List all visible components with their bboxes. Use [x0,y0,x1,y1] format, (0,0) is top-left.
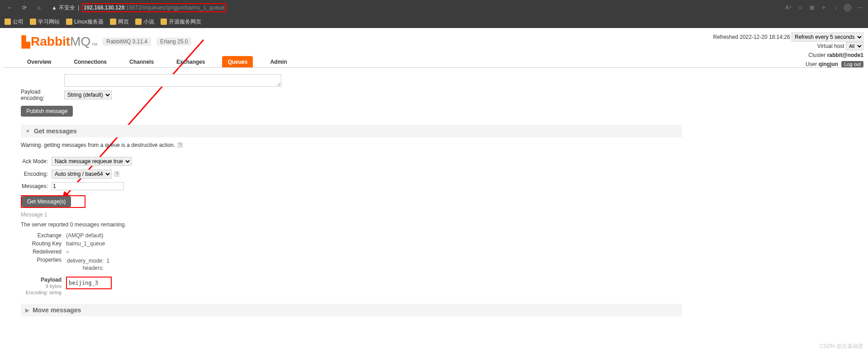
exchange-value: (AMQP default) [66,232,166,239]
routing-key-value: baimu_1_queue [66,240,166,247]
tab-connections[interactable]: Connections [68,56,112,67]
insecure-label: ▲ 不安全 [52,4,75,12]
get-message-highlight-box: Get Message(s) [21,195,85,208]
get-messages-form: Ack Mode: Nack message requeue true Enco… [21,155,135,193]
payload-highlight-box: beijing_3 [66,277,112,289]
folder-icon [30,19,36,25]
get-messages-button[interactable]: Get Message(s) [22,196,71,207]
page-header: ▙ RabbitMQ TM RabbitMQ 3.11.4 Erlang 25.… [4,28,864,52]
properties-label: Properties [21,257,66,272]
messages-input[interactable] [52,182,124,190]
section-get-messages[interactable]: ▼ Get messages [21,125,682,137]
bookmark-item[interactable]: 小说 [135,18,154,26]
erlang-badge: Erlang 25.0 [157,38,191,46]
rabbit-logo-icon: ▙ [22,36,30,48]
folder-icon [5,19,11,25]
payload-encoding-label: Payload encoding: [21,89,64,101]
section-move-messages[interactable]: ▶ Move messages [21,304,682,316]
encoding-select[interactable]: Auto string / base64 [52,169,112,179]
browser-right-controls: A⁺ ☆ ⊞ ✧ ↓ ⋯ [785,4,863,12]
publish-message-button[interactable]: Publish message [21,106,73,117]
bookmark-item[interactable]: Linux服务器 [66,18,104,26]
rabbitmq-logo: ▙ RabbitMQ TM [22,34,97,49]
user-label: User [806,61,817,67]
warning-icon: ▲ [52,5,57,11]
remaining-label: The server reported 0 messages remaining… [21,221,682,228]
redelivered-value: ○ [66,249,166,255]
ack-mode-select[interactable]: Nack message requeue true [52,157,132,166]
folder-icon [110,19,116,25]
cluster-value: rabbit@node1 [827,52,863,58]
extensions-icon[interactable]: ⊞ [808,4,816,11]
encoding-label: Encoding: [22,168,51,180]
chevron-down-icon: ▼ [25,128,30,134]
message-details: Exchange (AMQP default) Routing Key baim… [21,232,166,272]
page-body: Refreshed 2022-12-20 18:14:26 Refresh ev… [0,28,868,334]
help-icon[interactable]: ? [177,142,183,148]
tab-exchanges[interactable]: Exchanges [171,56,210,67]
chevron-right-icon: ▶ [25,307,29,313]
tab-overview[interactable]: Overview [22,56,57,67]
payload-textarea[interactable] [64,74,281,87]
main-content: Payload encoding: String (default) Publi… [4,68,682,316]
routing-key-label: Routing Key [21,240,66,247]
version-badge: RabbitMQ 3.11.4 [103,38,151,46]
payload-value: beijing_3 [69,280,98,286]
payload-label: Payload [41,277,62,283]
browser-chrome: ← ⟳ ⌂ ▲ 不安全 | 192.168.130.128:15672/#/qu… [0,0,868,28]
bookmark-item[interactable]: 公司 [5,18,24,26]
logout-button[interactable]: Log out [841,61,863,67]
payload-encoding-label: Encoding: string [26,290,62,295]
messages-label: Messages: [22,181,51,192]
redelivered-label: Redelivered [21,249,66,255]
tab-admin[interactable]: Admin [265,56,292,67]
favorites-icon[interactable]: ✧ [820,4,827,11]
bookmarks-bar: 公司 学习网站 Linux服务器 网页 小说 开源服务网页 [0,15,868,28]
delivery-mode-value: 1 [106,258,109,264]
bookmark-item[interactable]: 开源服务网页 [161,18,201,26]
menu-icon[interactable]: ⋯ [856,4,863,11]
bookmark-item[interactable]: 网页 [110,18,129,26]
url-highlight-box: 192.168.130.128:15672/#/queues/qingjun/b… [82,3,226,12]
help-icon[interactable]: ? [114,171,119,177]
cluster-label: Cluster [808,52,825,58]
url-bar[interactable]: ▲ 不安全 | 192.168.130.128:15672/#/queues/q… [48,2,781,14]
payload-row: Payload 9 bytes Encoding: string beijing… [21,277,682,296]
bookmark-item[interactable]: 学习网站 [30,18,60,26]
headers-label: headers: [67,265,105,271]
browser-toolbar: ← ⟳ ⌂ ▲ 不安全 | 192.168.130.128:15672/#/qu… [0,0,868,15]
properties-table: delivery_mode: 1 headers: [66,257,110,272]
folder-icon [135,19,142,25]
reader-icon[interactable]: A⁺ [785,4,792,11]
exchange-label: Exchange [21,232,66,239]
message-n-label: Message 1 [21,212,682,218]
download-icon[interactable]: ↓ [832,4,839,11]
folder-icon [161,19,167,25]
tab-queues[interactable]: Queues [222,56,253,67]
payload-encoding-select[interactable]: String (default) [64,90,112,99]
nav-refresh-icon[interactable]: ⟳ [19,2,30,13]
ack-mode-label: Ack Mode: [22,155,51,167]
nav-back-icon[interactable]: ← [5,2,15,13]
destructive-warning: Warning: getting messages from a queue i… [21,142,682,148]
star-icon[interactable]: ☆ [797,4,804,11]
folder-icon [66,19,72,25]
nav-home-icon[interactable]: ⌂ [33,2,44,13]
user-value: qingjun [819,61,838,67]
delivery-mode-label: delivery_mode: [67,258,105,264]
payload-bytes: 9 bytes [46,283,62,289]
tab-channels[interactable]: Channels [124,56,159,67]
profile-avatar-icon[interactable] [844,4,852,12]
